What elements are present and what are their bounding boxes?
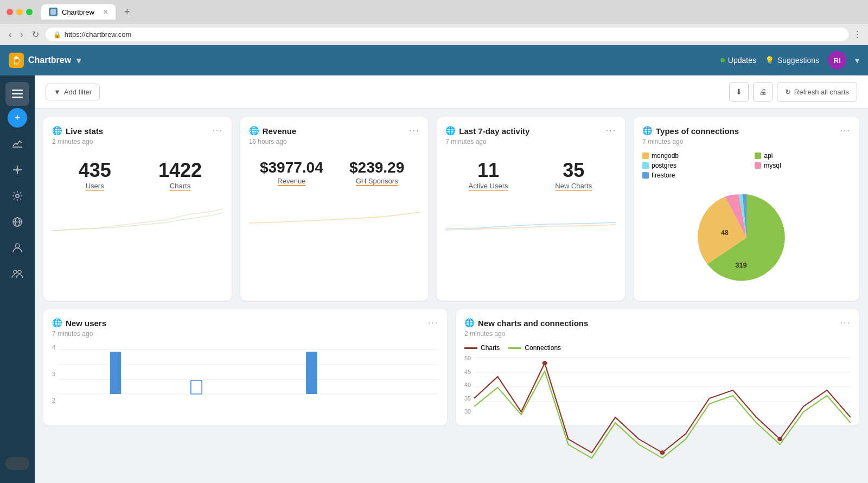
refresh-all-button[interactable]: ↻ Refresh all charts bbox=[777, 82, 857, 101]
legend-charts: Charts bbox=[464, 344, 500, 352]
svg-rect-3 bbox=[12, 97, 23, 98]
new-users-globe-icon: 🌐 bbox=[52, 318, 62, 328]
bottom-charts-row: 🌐 New users ··· 7 minutes ago 4 3 2 bbox=[43, 309, 859, 425]
brand-icon: 🍺 bbox=[9, 53, 24, 68]
y-label-4: 4 bbox=[52, 344, 55, 351]
legend-api: api bbox=[755, 152, 851, 160]
back-button[interactable]: ‹ bbox=[7, 28, 14, 42]
app-container: + 1.10.0 ▼ Add filter bbox=[0, 75, 868, 483]
forward-button[interactable]: › bbox=[18, 28, 25, 42]
filter-icon: ▼ bbox=[54, 88, 61, 96]
browser-tab[interactable]: Chartbrew ✕ bbox=[41, 4, 116, 20]
line-chart-y-axis: 50 45 40 35 30 bbox=[464, 355, 474, 415]
legend-mongodb: mongodb bbox=[642, 152, 748, 160]
tab-close-button[interactable]: ✕ bbox=[103, 9, 108, 16]
live-stats-title: Live stats bbox=[66, 126, 103, 136]
suggestions-label: Suggestions bbox=[777, 56, 819, 65]
revenue-main-value: $3977.04 bbox=[253, 158, 330, 177]
legend-firestore: firestore bbox=[642, 171, 748, 179]
live-stats-card: 🌐 Live stats ··· 2 minutes ago 435 Users… bbox=[43, 117, 232, 301]
sidebar-item-team-settings[interactable] bbox=[5, 262, 29, 286]
suggestions-link[interactable]: 💡 Suggestions bbox=[765, 56, 819, 65]
minimize-dot[interactable] bbox=[16, 9, 23, 15]
sidebar-item-connections[interactable] bbox=[5, 158, 29, 182]
y-label-45: 45 bbox=[464, 368, 471, 375]
live-stats-kpi-grid: 435 Users 1422 Charts bbox=[52, 152, 223, 196]
live-stats-users-value: 435 bbox=[56, 158, 133, 182]
y-label-30: 30 bbox=[464, 408, 471, 415]
top-navigation: 🍺 Chartbrew ▾ Updates 💡 Suggestions RI ▾ bbox=[0, 45, 868, 75]
top-charts-row: 🌐 Live stats ··· 2 minutes ago 435 Users… bbox=[43, 117, 859, 301]
legend-firestore-label: firestore bbox=[652, 171, 675, 179]
activity-kpi-grid: 11 Active Users 35 New Charts bbox=[445, 152, 616, 196]
connections-globe-icon: 🌐 bbox=[642, 126, 653, 136]
pie-legend: mongodb api postgres mysql bbox=[642, 152, 851, 179]
sidebar-item-settings[interactable] bbox=[5, 184, 29, 208]
refresh-label: Refresh all charts bbox=[794, 88, 849, 96]
sidebar-item-user[interactable] bbox=[5, 236, 29, 260]
revenue-sponsors-value: $239.29 bbox=[339, 158, 415, 177]
sidebar-item-globe[interactable] bbox=[5, 210, 29, 234]
legend-api-dot bbox=[755, 152, 761, 159]
live-stats-kpi-charts: 1422 Charts bbox=[137, 152, 222, 196]
download-icon: ⬇ bbox=[736, 87, 742, 96]
revenue-kpi-grid: $3977.04 Revenue $239.29 GH Sponsors bbox=[249, 152, 420, 192]
live-stats-menu-button[interactable]: ··· bbox=[212, 126, 222, 136]
new-charts-menu-button[interactable]: ··· bbox=[840, 318, 851, 328]
new-users-chart: 4 3 2 bbox=[52, 344, 438, 406]
sidebar-add-button[interactable]: + bbox=[8, 108, 27, 128]
download-button[interactable]: ⬇ bbox=[729, 82, 749, 101]
line-chart-legend: Charts Connections bbox=[464, 344, 851, 352]
activity-menu-button[interactable]: ··· bbox=[606, 126, 616, 136]
live-stats-sparkline bbox=[52, 201, 223, 233]
new-charts-card: 🌐 New charts and connections ··· 2 minut… bbox=[456, 309, 859, 425]
address-bar[interactable]: 🔒 https://chartbrew.com bbox=[46, 28, 848, 41]
print-button[interactable]: 🖨 bbox=[753, 82, 773, 101]
svg-rect-26 bbox=[306, 352, 317, 394]
svg-point-10 bbox=[16, 194, 19, 198]
lock-icon: 🔒 bbox=[53, 31, 61, 39]
live-stats-globe-icon: 🌐 bbox=[52, 126, 62, 136]
revenue-sparkline bbox=[249, 196, 420, 228]
sidebar-item-charts[interactable] bbox=[5, 132, 29, 156]
connections-title: Types of connections bbox=[656, 126, 739, 136]
sidebar-toggle[interactable] bbox=[5, 457, 29, 470]
reload-button[interactable]: ↻ bbox=[30, 27, 41, 42]
updates-link[interactable]: Updates bbox=[720, 56, 756, 65]
new-charts-globe-icon: 🌐 bbox=[464, 318, 475, 328]
connections-card: 🌐 Types of connections ··· 7 minutes ago… bbox=[634, 117, 859, 301]
url-text: https://chartbrew.com bbox=[65, 30, 132, 39]
new-charts-time: 2 minutes ago bbox=[464, 330, 851, 338]
add-filter-button[interactable]: ▼ Add filter bbox=[46, 84, 100, 100]
legend-charts-label: Charts bbox=[481, 344, 500, 352]
filter-label: Add filter bbox=[64, 88, 92, 96]
toolbar: ▼ Add filter ⬇ 🖨 ↻ Refresh all charts bbox=[35, 75, 868, 109]
svg-point-16 bbox=[18, 270, 21, 274]
brand-logo[interactable]: 🍺 Chartbrew ▾ bbox=[9, 53, 81, 68]
suggestions-icon: 💡 bbox=[765, 56, 774, 65]
legend-postgres-label: postgres bbox=[652, 162, 676, 169]
pie-chart-container: 319 48 bbox=[642, 183, 851, 292]
updates-label: Updates bbox=[728, 56, 756, 65]
sidebar-item-menu[interactable] bbox=[5, 82, 29, 106]
top-nav-right: Updates 💡 Suggestions RI ▾ bbox=[720, 51, 859, 69]
new-users-menu-button[interactable]: ··· bbox=[428, 318, 438, 328]
live-stats-time: 2 minutes ago bbox=[52, 138, 223, 145]
svg-rect-24 bbox=[110, 352, 121, 394]
svg-text:319: 319 bbox=[735, 261, 747, 269]
legend-api-label: api bbox=[764, 152, 773, 160]
revenue-time: 16 hours ago bbox=[249, 138, 420, 145]
close-dot[interactable] bbox=[7, 9, 13, 15]
main-content: ▼ Add filter ⬇ 🖨 ↻ Refresh all charts bbox=[35, 75, 868, 483]
more-options-button[interactable]: ⋮ bbox=[853, 29, 861, 40]
new-tab-button[interactable]: + bbox=[120, 7, 135, 18]
svg-point-5 bbox=[16, 168, 19, 171]
connections-menu-button[interactable]: ··· bbox=[840, 126, 851, 136]
live-stats-charts-label: Charts bbox=[142, 182, 218, 190]
sidebar-item-play[interactable] bbox=[5, 476, 29, 483]
user-avatar[interactable]: RI bbox=[828, 51, 846, 69]
revenue-menu-button[interactable]: ··· bbox=[409, 126, 419, 136]
maximize-dot[interactable] bbox=[26, 9, 33, 15]
activity-sparkline bbox=[445, 201, 616, 233]
line-chart-area: 50 45 40 35 30 bbox=[464, 355, 851, 417]
